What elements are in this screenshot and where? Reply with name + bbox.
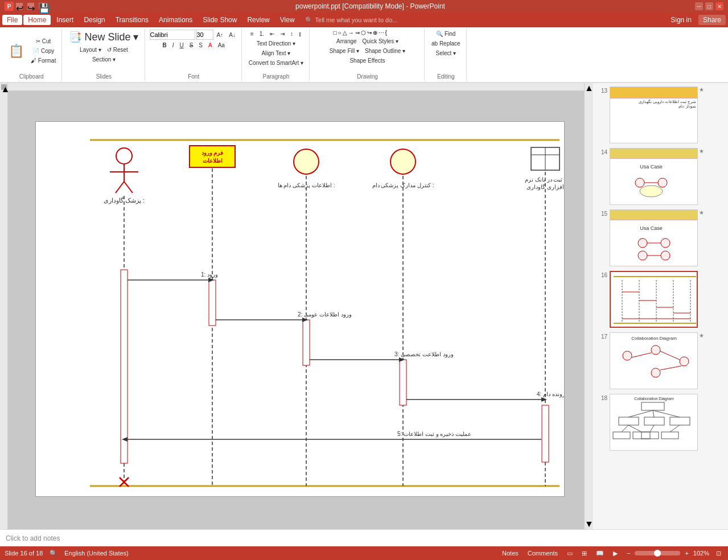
menu-design[interactable]: Design	[79, 15, 109, 25]
slide-info: Slide 16 of 18	[5, 550, 43, 557]
cut-btn[interactable]: ✂ Cut	[28, 37, 58, 46]
accessibility-btn[interactable]: 🔍	[50, 550, 57, 557]
comments-btn[interactable]: Comments	[525, 550, 560, 557]
zoom-in-btn[interactable]: +	[682, 550, 690, 557]
quick-styles-btn[interactable]: Quick Styles ▾	[360, 37, 401, 46]
thumb-img-13[interactable]: شرح ثبت اطلاعات دارویی نگهدارینمودار :دا…	[610, 87, 698, 143]
menu-file[interactable]: File	[2, 15, 22, 25]
menu-slideshow[interactable]: Slide Show	[198, 15, 241, 25]
menu-animations[interactable]: Animations	[154, 15, 197, 25]
menu-transitions[interactable]: Transitions	[111, 15, 153, 25]
notes-btn[interactable]: Notes	[500, 550, 521, 557]
svg-line-86	[653, 410, 680, 417]
menu-bar: File Home Insert Design Transitions Anim…	[0, 13, 728, 27]
svg-point-49	[658, 178, 667, 187]
signin-btn[interactable]: Sign in	[666, 15, 696, 25]
slides-group: 📑 New Slide ▾ Layout ▾ ↺ Reset Section ▾…	[63, 28, 145, 81]
paste-btn[interactable]: 📋	[5, 42, 27, 61]
maximize-btn[interactable]: □	[705, 2, 713, 10]
shape-fill-btn[interactable]: Shape Fill ▾	[327, 47, 361, 55]
select-btn[interactable]: Select ▾	[433, 49, 458, 57]
convert-smartart-btn[interactable]: Convert to SmartArt ▾	[246, 59, 306, 67]
svg-point-57	[661, 251, 670, 260]
font-color-btn[interactable]: A	[206, 41, 215, 50]
strikethrough-btn[interactable]: S	[187, 41, 196, 50]
section-btn[interactable]: Section ▾	[90, 55, 118, 64]
slideshow-btn[interactable]: ▶	[611, 550, 620, 557]
thumb-img-14[interactable]: Usa Case	[610, 148, 698, 205]
thumb-img-18[interactable]: Collaboration Diagram	[610, 394, 698, 451]
zoom-slider-thumb[interactable]	[654, 550, 661, 557]
thumb-num-17: 17	[596, 333, 607, 340]
share-btn[interactable]: Share	[698, 15, 726, 25]
svg-line-92	[628, 425, 641, 432]
font-size-input[interactable]	[196, 30, 213, 40]
new-slide-btn[interactable]: 📑 New Slide ▾	[67, 30, 141, 44]
normal-view-btn[interactable]: ▭	[565, 550, 575, 557]
undo-btn[interactable]: ↩	[16, 3, 23, 10]
left-scrollbar[interactable]: ▲	[0, 83, 8, 529]
thumb-img-17[interactable]: Collaboration Diagram	[610, 332, 698, 389]
thumb-item-13[interactable]: 13 شرح ثبت اطلاعات دارویی نگهدارینمودار …	[595, 85, 726, 145]
font-label: Font	[188, 72, 199, 80]
menu-insert[interactable]: Insert	[52, 15, 78, 25]
increase-indent-btn[interactable]: ⇥	[278, 30, 287, 38]
align-text-btn[interactable]: Align Text ▾	[259, 49, 293, 57]
notes-placeholder: Click to add notes	[6, 534, 60, 542]
slide-sorter-btn[interactable]: ⊞	[579, 550, 589, 557]
layout-btn[interactable]: Layout ▾	[77, 46, 104, 54]
thumb-item-17[interactable]: 17 Collaboration Diagram ★	[595, 331, 726, 390]
svg-text:Usa Case: Usa Case	[640, 225, 663, 231]
svg-point-73	[651, 345, 660, 355]
right-scrollbar[interactable]: ▲ ▼	[584, 83, 592, 529]
save-btn[interactable]: 💾	[39, 3, 46, 10]
font-size-down-btn[interactable]: A↓	[227, 31, 238, 39]
italic-btn[interactable]: I	[170, 41, 176, 50]
svg-text:عملیت ذخیره و ثبت اطلاعات :5: عملیت ذخیره و ثبت اطلاعات :5	[397, 431, 471, 438]
arrange-btn[interactable]: Arrange	[334, 37, 359, 46]
minimize-btn[interactable]: ─	[695, 2, 703, 10]
font-case-btn[interactable]: Aa	[216, 41, 227, 50]
sequence-diagram: فرم ورود اطلاعات : پزشک گاوداری : اطلاعا…	[36, 122, 565, 497]
copy-btn[interactable]: 📄 Copy	[28, 47, 58, 55]
shadow-btn[interactable]: S	[196, 41, 205, 50]
decrease-indent-btn[interactable]: ⇤	[268, 30, 277, 38]
find-btn[interactable]: 🔍 Find	[434, 30, 458, 38]
language: English (United States)	[64, 550, 129, 557]
menu-review[interactable]: Review	[242, 15, 274, 25]
thumb-item-15[interactable]: 15 Usa Case ★	[595, 208, 726, 267]
line-spacing-btn[interactable]: ↕	[288, 30, 295, 38]
shape-outline-btn[interactable]: Shape Outline ▾	[363, 47, 408, 55]
font-size-up-btn[interactable]: A↑	[215, 31, 226, 39]
format-painter-btn[interactable]: 🖌 Format	[28, 56, 58, 65]
thumb-img-15[interactable]: Usa Case	[610, 209, 698, 266]
thumb-item-14[interactable]: 14 Usa Case ★	[595, 147, 726, 206]
shape-effects-btn[interactable]: Shape Effects	[347, 56, 387, 65]
underline-btn[interactable]: U	[177, 41, 186, 50]
bullets-btn[interactable]: ≡	[248, 30, 256, 38]
bold-btn[interactable]: B	[160, 41, 168, 50]
columns-btn[interactable]: ⫿	[297, 30, 304, 38]
zoom-slider[interactable]	[635, 551, 680, 555]
thumb-item-16[interactable]: 16	[595, 270, 726, 329]
drawing-group: □○ △→ ⇒⬡ ↪⊕ ⋯{ Arrange Quick Styles ▾ Sh…	[311, 28, 425, 81]
reading-view-btn[interactable]: 📖	[594, 550, 606, 557]
zoom-out-btn[interactable]: −	[624, 550, 632, 557]
slide-canvas[interactable]: فرم ورود اطلاعات : پزشک گاوداری : اطلاعا…	[35, 121, 565, 497]
text-direction-btn[interactable]: Text Direction ▾	[254, 39, 298, 48]
paragraph-label: Paragraph	[263, 72, 290, 80]
menu-view[interactable]: View	[275, 15, 299, 25]
fit-slide-btn[interactable]: ⊡	[714, 550, 723, 557]
replace-btn[interactable]: ab Replace	[429, 39, 463, 48]
menu-home[interactable]: Home	[23, 15, 51, 25]
paragraph-group: ≡ 1. ⇤ ⇥ ↕ ⫿ Text Direction ▾ Align Text…	[243, 28, 310, 81]
thumb-img-16[interactable]	[610, 271, 698, 328]
top-scrollbar[interactable]	[8, 83, 592, 91]
thumb-item-18[interactable]: 18 Collaboration Diagram	[595, 393, 726, 452]
numbering-btn[interactable]: 1.	[257, 30, 266, 38]
redo-btn[interactable]: ↪	[27, 3, 34, 10]
reset-btn[interactable]: ↺ Reset	[105, 46, 130, 54]
close-btn[interactable]: ✕	[715, 2, 723, 10]
font-family-input[interactable]	[150, 30, 195, 40]
notes-bar[interactable]: Click to add notes	[0, 529, 728, 546]
